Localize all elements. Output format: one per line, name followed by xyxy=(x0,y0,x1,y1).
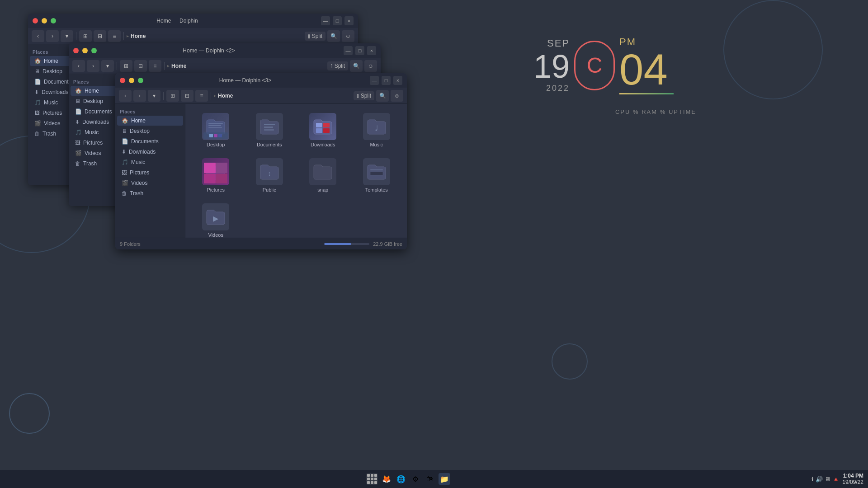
folder-icon-pictures xyxy=(202,158,229,185)
file-item-documents[interactable]: Documents xyxy=(245,109,295,151)
taskbar-time[interactable]: 1:04 PM 19/09/22 xyxy=(842,473,863,485)
view-compact-1[interactable]: ⊟ xyxy=(94,30,106,42)
win-action-3[interactable]: × xyxy=(344,16,354,25)
sidebar-label-1: Home xyxy=(44,58,58,64)
split-btn-3[interactable]: ⫿ Split xyxy=(354,91,374,100)
sidebar-label-2-8: Trash xyxy=(83,160,97,167)
view-icons-2[interactable]: ⊞ xyxy=(120,60,132,72)
win-action-2a[interactable]: — xyxy=(344,46,353,55)
folder-svg-documents xyxy=(259,118,279,135)
sidebar-item-desktop-3[interactable]: 🖥 Desktop xyxy=(117,126,183,136)
tray-volume[interactable]: 🔊 xyxy=(816,476,823,483)
folder-svg-templates xyxy=(367,163,387,180)
sidebar-label-6: Pictures xyxy=(42,110,62,116)
file-item-music[interactable]: ♩ Music xyxy=(352,109,402,151)
sidebar-label-3-4: Downloads xyxy=(129,149,156,155)
split-btn-1[interactable]: ⫿ Split xyxy=(305,32,326,41)
sidebar-item-home-3[interactable]: 🏠 Home xyxy=(117,116,183,126)
search-btn-2[interactable]: 🔍 xyxy=(350,60,363,72)
view-list-1[interactable]: ≡ xyxy=(108,30,121,42)
menu-btn-1[interactable]: ☺ xyxy=(342,30,354,42)
toolbar-right-3: ⫿ Split 🔍 ☺ xyxy=(354,90,403,102)
clock-month: SEP xyxy=(547,38,570,49)
taskbar-store[interactable]: 🛍 xyxy=(424,473,436,485)
search-btn-1[interactable]: 🔍 xyxy=(327,30,340,42)
dropdown-btn-2[interactable]: ▾ xyxy=(101,60,114,72)
file-grid-3: Desktop Documents xyxy=(191,109,401,238)
sidebar-3: Places 🏠 Home 🖥 Desktop 📄 Documents ⬇ Do… xyxy=(115,104,185,238)
svg-rect-8 xyxy=(370,169,383,170)
taskbar-dolphin[interactable]: 📁 xyxy=(439,473,450,485)
view-compact-2[interactable]: ⊟ xyxy=(134,60,147,72)
file-item-templates[interactable]: Templates xyxy=(352,155,402,196)
win-title-actions-1: — □ × xyxy=(321,16,354,25)
home-icon-2: 🏠 xyxy=(75,88,82,94)
split-label-1: Split xyxy=(312,33,322,39)
win-title-actions-2: — □ × xyxy=(344,46,376,55)
win-action-3b[interactable]: □ xyxy=(382,76,391,85)
file-item-pictures[interactable]: Pictures xyxy=(191,155,241,196)
taskbar-right: ℹ 🔊 🖥 🔺 1:04 PM 19/09/22 xyxy=(811,473,863,485)
file-item-desktop[interactable]: Desktop xyxy=(191,109,241,151)
videos-icon-1: 🎬 xyxy=(34,120,41,127)
file-name-public: Public xyxy=(263,187,276,192)
tray-info[interactable]: ℹ xyxy=(811,476,814,483)
view-icons-3[interactable]: ⊞ xyxy=(166,90,179,102)
forward-btn-2[interactable]: › xyxy=(87,60,99,72)
bg-circle-bottom-left xyxy=(9,393,50,434)
win-action-2b[interactable]: □ xyxy=(355,46,364,55)
sidebar-item-music-3[interactable]: 🎵 Music xyxy=(117,157,183,167)
menu-btn-2[interactable]: ☺ xyxy=(364,60,377,72)
sidebar-label-3-2: Desktop xyxy=(130,128,150,134)
taskbar-settings[interactable]: ⚙ xyxy=(410,473,421,485)
menu-btn-3[interactable]: ☺ xyxy=(391,90,403,102)
taskbar-chrome[interactable]: 🌐 xyxy=(395,473,407,485)
sidebar-item-pictures-3[interactable]: 🖼 Pictures xyxy=(117,168,183,178)
file-item-snap[interactable]: snap xyxy=(298,155,348,196)
breadcrumb-2: ▸ Home xyxy=(167,63,326,69)
sidebar-label-8: Trash xyxy=(42,131,56,137)
view-icons-1[interactable]: ⊞ xyxy=(79,30,92,42)
win-action-3a[interactable]: — xyxy=(370,76,379,85)
sidebar-item-trash-3[interactable]: 🗑 Trash xyxy=(117,188,183,198)
sidebar-item-downloads-3[interactable]: ⬇ Downloads xyxy=(117,147,183,157)
file-item-videos[interactable]: ▶ Videos xyxy=(191,200,241,238)
toolbar-right-2: ⫿ Split 🔍 ☺ xyxy=(327,60,377,72)
split-btn-2[interactable]: ⫿ Split xyxy=(327,61,348,70)
sidebar-item-videos-3[interactable]: 🎬 Videos xyxy=(117,178,183,188)
view-list-2[interactable]: ≡ xyxy=(149,60,161,72)
taskbar-app-grid[interactable] xyxy=(366,473,378,485)
file-item-downloads[interactable]: Downloads xyxy=(298,109,348,151)
win-action-1[interactable]: — xyxy=(321,16,330,25)
titlebar-3: Home — Dolphin <3> — □ × xyxy=(115,73,407,88)
dropdown-btn-3[interactable]: ▾ xyxy=(148,90,160,102)
folders-count: 9 Folders xyxy=(120,241,141,247)
view-compact-3[interactable]: ⊟ xyxy=(181,90,193,102)
dropdown-btn-1[interactable]: ▾ xyxy=(61,30,73,42)
forward-btn-1[interactable]: › xyxy=(46,30,59,42)
win-action-2c[interactable]: × xyxy=(367,46,376,55)
downloads-icon-2: ⬇ xyxy=(75,119,80,125)
win-action-2[interactable]: □ xyxy=(333,16,342,25)
clock-time-right: PM 04 xyxy=(619,36,674,94)
view-list-3[interactable]: ≡ xyxy=(195,90,208,102)
sidebar-item-documents-3[interactable]: 📄 Documents xyxy=(117,136,183,146)
sidebar-label-2: Desktop xyxy=(42,68,62,75)
win-action-3c[interactable]: × xyxy=(393,76,402,85)
file-item-public[interactable]: ↕ Public xyxy=(245,155,295,196)
progress-fill xyxy=(324,243,351,245)
win-title-actions-3: — □ × xyxy=(370,76,402,85)
search-btn-3[interactable]: 🔍 xyxy=(376,90,389,102)
taskbar-firefox[interactable]: 🦊 xyxy=(381,473,392,485)
forward-btn-3[interactable]: › xyxy=(133,90,146,102)
back-btn-3[interactable]: ‹ xyxy=(119,90,132,102)
tray-display[interactable]: 🖥 xyxy=(825,476,830,483)
tray-network[interactable]: 🔺 xyxy=(832,476,840,483)
file-name-documents: Documents xyxy=(257,142,282,147)
folder-icon-templates xyxy=(363,158,390,185)
back-btn-1[interactable]: ‹ xyxy=(32,30,44,42)
folder-icon-public: ↕ xyxy=(256,158,283,185)
svg-text:▶: ▶ xyxy=(213,215,219,222)
back-btn-2[interactable]: ‹ xyxy=(72,60,85,72)
sep-2 xyxy=(123,32,124,40)
